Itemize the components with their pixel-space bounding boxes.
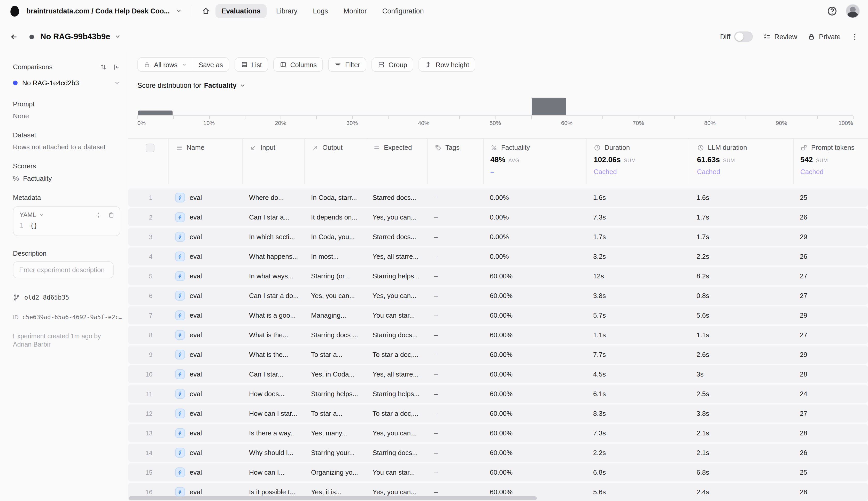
name-cell: eval xyxy=(168,212,242,222)
name-cell: eval xyxy=(168,487,242,497)
column-header-input[interactable]: Input xyxy=(242,139,304,184)
breadcrumb[interactable]: braintrustdata.com / Coda Help Desk Coo.… xyxy=(27,7,170,15)
name-value: eval xyxy=(190,253,202,260)
axis-tick xyxy=(352,116,353,119)
select-all-checkbox[interactable] xyxy=(146,143,155,152)
chevron-down-icon[interactable] xyxy=(39,212,44,218)
duration-cell: 1.1s xyxy=(586,331,690,339)
scorer-item[interactable]: % Factuality xyxy=(13,174,120,182)
column-header-expected[interactable]: Expected xyxy=(366,139,427,184)
histogram-bar[interactable] xyxy=(138,110,173,115)
name-value: eval xyxy=(190,409,202,417)
group-button[interactable]: Group xyxy=(371,57,413,72)
axis-tick-label: 60% xyxy=(561,120,572,126)
clipboard-icon[interactable] xyxy=(108,212,115,218)
chevron-down-icon[interactable] xyxy=(114,79,120,86)
chart-title[interactable]: Score distribution for Factuality xyxy=(137,82,868,89)
table-row[interactable]: 8evalWhat is the...Starring docs ...Star… xyxy=(128,326,868,344)
comparison-item[interactable]: No RAG-1e4cd2b3 xyxy=(13,79,120,87)
collapse-sidebar-icon[interactable] xyxy=(113,63,120,71)
table-row[interactable]: 5evalIn what ways...Starring (or...Starr… xyxy=(128,267,868,285)
histogram-bar[interactable] xyxy=(532,98,567,115)
column-header-output[interactable]: Output xyxy=(304,139,366,184)
table-row[interactable]: 3evalIn which secti...In Coda, you...Sta… xyxy=(128,228,868,246)
aggregate-subvalue: Cached xyxy=(594,168,686,175)
column-header-prompt_tokens[interactable]: Prompt tokens542SUMCached xyxy=(793,139,867,184)
factuality-cell: 0.00% xyxy=(483,253,586,260)
output-cell: Starring docs ... xyxy=(304,331,366,339)
input-cell: Can I star a... xyxy=(242,213,304,221)
list-view-button[interactable]: List xyxy=(234,57,268,72)
review-button[interactable]: Review xyxy=(763,33,797,41)
tags-cell: – xyxy=(427,449,483,457)
nav-tabs: EvaluationsLibraryLogsMonitorConfigurati… xyxy=(215,4,430,18)
table-row[interactable]: 10evalCan I star...Yes, in Coda...Yes, a… xyxy=(128,365,868,383)
tab-logs[interactable]: Logs xyxy=(307,4,334,18)
columns-icon xyxy=(279,61,286,68)
input-cell: Can I star... xyxy=(242,370,304,378)
column-header-llm_duration[interactable]: LLM duration61.63sSUMCached xyxy=(690,139,793,184)
column-header-name[interactable]: Name xyxy=(168,139,242,184)
table-row[interactable]: 4evalWhat happens...In most...Yes, all s… xyxy=(128,247,868,266)
metadata-editor[interactable]: YAML 1 {} xyxy=(13,206,120,236)
output-cell: To star a... xyxy=(304,351,366,359)
column-header-tags[interactable]: Tags xyxy=(427,139,483,184)
save-as-button[interactable]: Save as xyxy=(192,58,229,71)
description-input[interactable] xyxy=(13,262,114,278)
aggregate-value: 102.06s xyxy=(594,156,621,164)
axis-tick-label: 20% xyxy=(275,120,286,126)
table-row[interactable]: 1evalWhere do...In Coda, starr...Starred… xyxy=(128,189,868,206)
table-row[interactable]: 13evalIs there a way...Yes, many...Yes, … xyxy=(128,424,868,442)
table-row[interactable]: 7evalWhat is a goo...Managing...You can … xyxy=(128,306,868,324)
experiment-id[interactable]: ID c5e639ad-65a6-4692-9a5f-e2c… xyxy=(13,313,120,321)
tokens-icon xyxy=(800,144,807,151)
table-row[interactable]: 12evalHow can I star...To star a...To st… xyxy=(128,404,868,423)
table-row[interactable]: 11evalHow does...Starring helps...Starri… xyxy=(128,385,868,403)
tab-evaluations[interactable]: Evaluations xyxy=(215,4,267,18)
factuality-cell: 0.00% xyxy=(483,194,586,201)
yaml-content[interactable]: {} xyxy=(30,222,38,229)
user-avatar[interactable] xyxy=(846,4,860,18)
chevron-down-icon[interactable] xyxy=(175,7,182,14)
all-rows-button[interactable]: All rows xyxy=(138,58,192,71)
braintrust-logo-icon[interactable] xyxy=(10,5,20,17)
table-row[interactable]: 9evalWhat is the...To star a...To star a… xyxy=(128,345,868,364)
tab-configuration[interactable]: Configuration xyxy=(376,4,430,18)
duration-cell: 7.7s xyxy=(586,351,690,359)
row-number: 8 xyxy=(128,331,152,339)
tab-monitor[interactable]: Monitor xyxy=(337,4,373,18)
input-cell: In which secti... xyxy=(242,233,304,241)
private-button[interactable]: Private xyxy=(807,33,840,41)
prompt-tokens-cell: 29 xyxy=(793,311,867,319)
duration-cell: 7.3s xyxy=(586,213,690,221)
diff-toggle[interactable] xyxy=(734,32,752,42)
dataset-label: Dataset xyxy=(13,131,120,139)
sort-icon[interactable] xyxy=(100,63,107,71)
back-arrow-icon[interactable] xyxy=(9,32,18,41)
fit-content-icon[interactable] xyxy=(95,212,102,218)
factuality-cell: 60.00% xyxy=(483,409,586,417)
kebab-menu-icon[interactable] xyxy=(851,33,859,41)
expected-cell: Starring docs... xyxy=(366,331,427,339)
table-row[interactable]: 14evalWhy should I...Starring your...Sta… xyxy=(128,444,868,462)
name-cell: eval xyxy=(168,232,242,242)
filter-button[interactable]: Filter xyxy=(328,57,366,72)
chevron-down-icon[interactable] xyxy=(114,33,121,40)
tab-library[interactable]: Library xyxy=(270,4,304,18)
horizontal-scrollbar[interactable] xyxy=(129,496,537,500)
row-height-button[interactable]: Row height xyxy=(419,57,475,72)
column-header-factuality[interactable]: Factuality48%AVG– xyxy=(483,139,586,184)
table-row[interactable]: 6evalCan I star a do...Yes, you can...Ye… xyxy=(128,287,868,305)
home-icon[interactable] xyxy=(201,7,210,15)
duration-cell: 2.2s xyxy=(586,449,690,457)
columns-button[interactable]: Columns xyxy=(273,57,323,72)
git-ref[interactable]: old2 8d65b35 xyxy=(13,294,120,301)
page-header: No RAG-99b43b9e Diff Review Private xyxy=(0,22,868,52)
column-header-duration[interactable]: Duration102.06sSUMCached xyxy=(586,139,690,184)
percent-icon: % xyxy=(13,174,19,182)
table-row[interactable]: 2evalCan I star a...It depends on...Yes,… xyxy=(128,208,868,226)
llm-duration-cell: 6.8s xyxy=(690,468,793,476)
yaml-mode-select[interactable]: YAML xyxy=(20,211,36,218)
help-icon[interactable] xyxy=(827,6,837,16)
table-row[interactable]: 15evalHow can I...Organizing yo...You ca… xyxy=(128,463,868,481)
